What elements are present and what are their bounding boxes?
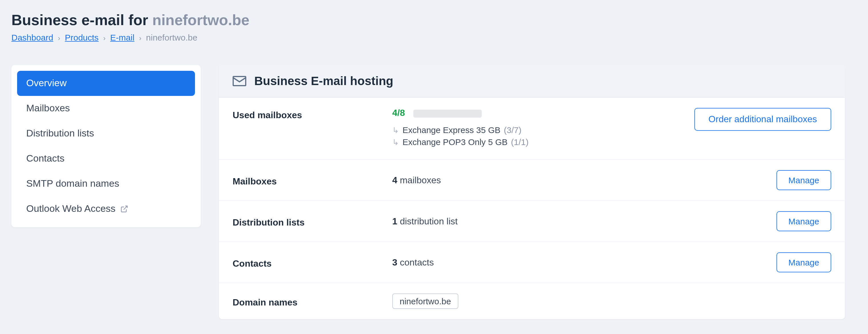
breakdown-item: ↳ Exchange Express 35 GB (3/7) <box>392 125 694 135</box>
external-link-icon <box>120 205 128 213</box>
svg-line-0 <box>123 206 127 210</box>
row-value-distribution-lists: 1 distribution list <box>392 216 776 226</box>
breakdown-name: Exchange Express 35 GB <box>403 125 501 135</box>
sidebar-item-contacts[interactable]: Contacts <box>17 146 195 171</box>
page-title-prefix: Business e-mail for <box>11 11 152 29</box>
usage-count: 4/8 <box>392 108 405 118</box>
contacts-count: 3 <box>392 257 397 267</box>
distribution-lists-count: 1 <box>392 216 397 226</box>
sidebar-item-smtp-domain-names[interactable]: SMTP domain names <box>17 171 195 196</box>
panel-title: Business E-mail hosting <box>254 74 393 88</box>
sidebar: Overview Mailboxes Distribution lists Co… <box>11 65 201 227</box>
breakdown-count: (3/7) <box>504 125 522 135</box>
sidebar-item-label: Contacts <box>26 153 64 164</box>
row-distribution-lists: Distribution lists 1 distribution list M… <box>219 201 845 242</box>
row-label-contacts: Contacts <box>232 256 392 269</box>
breakdown-list: ↳ Exchange Express 35 GB (3/7) ↳ Exchang… <box>392 125 694 147</box>
row-value-mailboxes: 4 mailboxes <box>392 175 776 185</box>
breadcrumb-separator: › <box>139 34 142 42</box>
page-title-domain: ninefortwo.be <box>152 11 249 29</box>
mailboxes-count: 4 <box>392 175 397 185</box>
progress-bar <box>413 110 482 118</box>
breadcrumb-current: ninefortwo.be <box>146 32 197 42</box>
row-label-used-mailboxes: Used mailboxes <box>232 108 392 120</box>
sidebar-item-label: Outlook Web Access <box>26 203 116 215</box>
sub-arrow-icon: ↳ <box>392 137 399 146</box>
breadcrumb-products[interactable]: Products <box>65 32 98 42</box>
sidebar-item-label: SMTP domain names <box>26 178 119 190</box>
breadcrumb-dashboard[interactable]: Dashboard <box>11 32 53 42</box>
row-value-domain-names: ninefortwo.be <box>392 294 831 309</box>
manage-distribution-lists-button[interactable]: Manage <box>776 211 831 231</box>
panel-header: Business E-mail hosting <box>219 65 845 98</box>
breadcrumb-separator: › <box>58 34 60 42</box>
sidebar-item-distribution-lists[interactable]: Distribution lists <box>17 121 195 146</box>
breakdown-count: (1/1) <box>511 137 529 147</box>
page-title: Business e-mail for ninefortwo.be <box>11 11 856 29</box>
breadcrumb-email[interactable]: E-mail <box>110 32 134 42</box>
row-used-mailboxes: Used mailboxes 4/8 ↳ Exchange Express 35… <box>219 98 845 160</box>
mail-icon <box>232 76 246 86</box>
sidebar-item-label: Distribution lists <box>26 128 94 139</box>
sidebar-item-label: Mailboxes <box>26 103 70 114</box>
sub-arrow-icon: ↳ <box>392 125 399 135</box>
row-label-mailboxes: Mailboxes <box>232 174 392 187</box>
manage-contacts-button[interactable]: Manage <box>776 252 831 272</box>
sidebar-item-outlook-web-access[interactable]: Outlook Web Access <box>17 196 195 222</box>
sidebar-item-overview[interactable]: Overview <box>17 71 195 96</box>
distribution-lists-unit: distribution list <box>397 216 458 226</box>
contacts-unit: contacts <box>397 257 434 267</box>
breakdown-item: ↳ Exchange POP3 Only 5 GB (1/1) <box>392 137 694 147</box>
main-panel: Business E-mail hosting Used mailboxes 4… <box>219 65 845 319</box>
row-contacts: Contacts 3 contacts Manage <box>219 242 845 283</box>
row-value-used-mailboxes: 4/8 ↳ Exchange Express 35 GB (3/7) <box>392 108 694 149</box>
row-label-domain-names: Domain names <box>232 295 392 307</box>
order-mailboxes-button[interactable]: Order additional mailboxes <box>694 108 831 131</box>
breadcrumb-separator: › <box>103 34 105 42</box>
row-domain-names: Domain names ninefortwo.be <box>219 283 845 319</box>
domain-chip[interactable]: ninefortwo.be <box>392 294 458 309</box>
row-value-contacts: 3 contacts <box>392 257 776 268</box>
sidebar-item-label: Overview <box>26 78 67 89</box>
mailboxes-unit: mailboxes <box>397 175 441 185</box>
row-label-distribution-lists: Distribution lists <box>232 215 392 227</box>
breakdown-name: Exchange POP3 Only 5 GB <box>403 137 508 147</box>
breadcrumb: Dashboard › Products › E-mail › ninefort… <box>11 32 856 42</box>
sidebar-item-mailboxes[interactable]: Mailboxes <box>17 96 195 121</box>
row-mailboxes: Mailboxes 4 mailboxes Manage <box>219 160 845 201</box>
manage-mailboxes-button[interactable]: Manage <box>776 170 831 190</box>
